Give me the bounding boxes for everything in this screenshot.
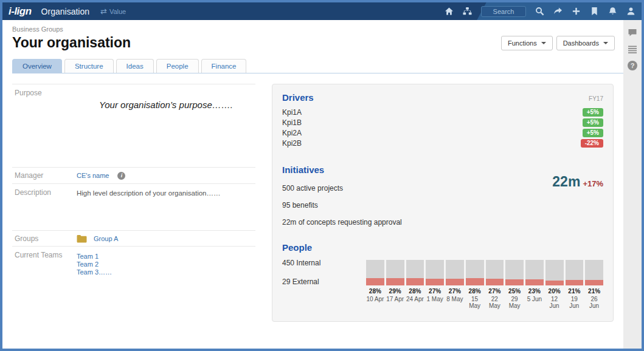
app-logo[interactable]: i-lign [9, 5, 32, 18]
bar-fill [446, 279, 464, 285]
initiatives-metric: 22m +17% [552, 174, 603, 190]
team-link[interactable]: Team 1 [77, 253, 112, 260]
dashboards-button-label: Dashboards [563, 39, 599, 47]
bar-date-label: 24 Apr [406, 296, 424, 302]
comment-icon[interactable] [628, 28, 637, 38]
people-title: People [282, 242, 312, 253]
kpi-row: Kpi1A+5% [282, 107, 603, 117]
purpose-text: Your organisation’s purpose……. [77, 100, 255, 163]
page-title: Your organisation [12, 35, 131, 51]
people-section: People 450 Internal 29 External 28%10 Ap… [282, 242, 603, 309]
purpose-label: Purpose [15, 89, 77, 163]
bar-date-label: 1 May [426, 296, 444, 302]
bar-date-label: 29 May [505, 296, 524, 309]
internal-count: 450 Internal [282, 259, 366, 267]
chart-bar-column: 27%22 May [486, 260, 504, 309]
people-chart: 28%10 Apr29%17 Apr28%24 Apr27%1 May27%8 … [366, 259, 603, 309]
bar-fill [585, 280, 603, 285]
kpi-change-badge: +5% [583, 129, 603, 137]
search-icon[interactable] [535, 7, 544, 16]
chart-bar-column: 29%17 Apr [386, 260, 404, 309]
initiative-item: 95 benefits [282, 201, 603, 210]
value-nav-label: Value [109, 8, 126, 15]
kpi-name: Kpi1B [282, 118, 302, 127]
notifications-icon[interactable] [608, 7, 617, 16]
main-area: Business Groups Your organisation Functi… [2, 20, 642, 349]
app-window: i-lign Organisation ⇄ Value [0, 0, 644, 351]
home-icon[interactable] [445, 7, 454, 16]
bar-date-label: 17 Apr [386, 296, 404, 302]
app-section-title: Organisation [41, 7, 89, 16]
chart-bar-column: 27%1 May [426, 260, 444, 309]
current-teams-section: Current Teams Team 1Team 2Team 3…… [12, 246, 255, 279]
chart-bar-column: 21%19 Jun [566, 260, 584, 309]
bar-value-label: 29% [386, 288, 404, 295]
bar-value-label: 28% [366, 288, 384, 295]
bookmark-icon[interactable] [590, 7, 599, 16]
stacked-bar [525, 260, 544, 285]
value-nav-link[interactable]: ⇄ Value [100, 7, 126, 16]
tab-ideas[interactable]: Ideas [116, 59, 154, 73]
manager-section: Manager CE's name i [12, 167, 255, 183]
stacked-bar [466, 260, 484, 285]
bar-date-label: 22 May [486, 296, 504, 309]
group-link[interactable]: Group A [94, 235, 118, 242]
tab-overview[interactable]: Overview [12, 59, 62, 73]
team-link[interactable]: Team 3…… [77, 268, 112, 276]
bar-date-label: 10 Apr [366, 296, 384, 302]
kpi-name: Kpi1A [282, 108, 302, 117]
chart-bar-column: 20%12 Jun [545, 260, 564, 309]
utility-rail: ? [623, 20, 642, 349]
kpi-rows: Kpi1A+5%Kpi1B+5%Kpi2A+5%Kpi2B-22% [282, 107, 603, 148]
top-navbar: i-lign Organisation ⇄ Value [2, 2, 642, 20]
add-icon[interactable] [572, 7, 581, 16]
bar-value-label: 21% [585, 288, 603, 295]
fiscal-year-label: FY17 [589, 95, 603, 102]
bar-date-label: 8 May [446, 296, 464, 302]
kpi-change-badge: +5% [583, 118, 603, 127]
sitemap-icon[interactable] [463, 7, 472, 16]
help-icon[interactable]: ? [628, 61, 637, 70]
share-icon[interactable] [553, 7, 563, 16]
bar-fill [386, 278, 404, 285]
bar-fill [426, 279, 444, 285]
header-actions: Functions Dashboards [501, 36, 615, 50]
tab-finance[interactable]: Finance [201, 59, 247, 73]
stacked-bar [545, 260, 564, 285]
stacked-bar [366, 260, 384, 285]
current-teams-label: Current Teams [15, 251, 77, 276]
tab-people[interactable]: People [156, 59, 199, 73]
navbar-right [445, 6, 635, 17]
bar-fill [406, 278, 424, 285]
description-text: High level description of your organisat… [77, 188, 221, 227]
manager-label: Manager [15, 171, 77, 180]
list-icon[interactable] [628, 44, 637, 54]
info-icon[interactable]: i [117, 172, 125, 180]
chart-bar-column: 27%8 May [446, 260, 464, 309]
page-header: Your organisation Functions Dashboards [12, 35, 623, 51]
user-icon[interactable] [626, 7, 635, 16]
navbar-left: i-lign Organisation ⇄ Value [9, 5, 126, 18]
chevron-down-icon [603, 42, 608, 44]
bar-date-label: 15 May [466, 296, 484, 309]
bar-fill [566, 280, 584, 285]
stacked-bar [446, 260, 464, 285]
kpi-row: Kpi1B+5% [282, 117, 603, 128]
groups-label: Groups [15, 234, 77, 243]
bar-fill [366, 278, 384, 285]
tab-structure[interactable]: Structure [64, 59, 114, 73]
groups-section: Groups Group A [12, 230, 255, 246]
breadcrumb[interactable]: Business Groups [12, 26, 623, 33]
search-input[interactable] [481, 6, 526, 17]
team-link[interactable]: Team 2 [77, 261, 112, 268]
stacked-bar [386, 260, 404, 285]
functions-button[interactable]: Functions [501, 36, 553, 50]
bar-fill [525, 279, 544, 285]
page-content: Business Groups Your organisation Functi… [2, 20, 623, 349]
manager-link[interactable]: CE's name [77, 172, 109, 179]
initiative-item: 22m of concepts requesting approval [282, 218, 603, 227]
dashboards-button[interactable]: Dashboards [556, 36, 615, 50]
left-column: Purpose Your organisation’s purpose……. M… [12, 84, 255, 322]
bar-value-label: 23% [525, 288, 544, 295]
bar-value-label: 20% [545, 288, 564, 295]
